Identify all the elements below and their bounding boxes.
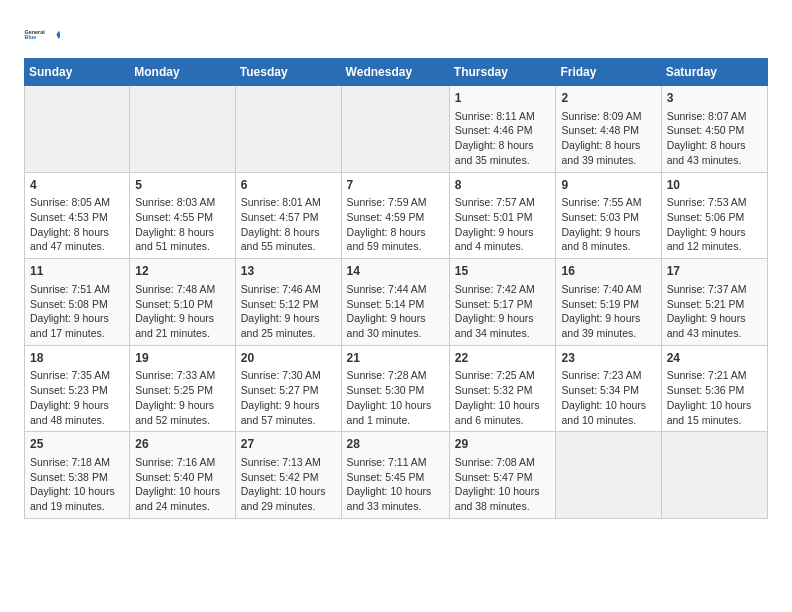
day-number: 24 xyxy=(667,350,762,367)
day-content-line: and 30 minutes. xyxy=(347,326,444,341)
day-content-line: and 33 minutes. xyxy=(347,499,444,514)
day-number: 13 xyxy=(241,263,336,280)
day-content-line: and 19 minutes. xyxy=(30,499,124,514)
day-content-line: Daylight: 10 hours xyxy=(241,484,336,499)
day-content-line: Sunrise: 7:18 AM xyxy=(30,455,124,470)
calendar-cell: 7Sunrise: 7:59 AMSunset: 4:59 PMDaylight… xyxy=(341,172,449,259)
day-content-line: Sunset: 5:23 PM xyxy=(30,383,124,398)
day-content-line: Daylight: 9 hours xyxy=(241,311,336,326)
day-number: 28 xyxy=(347,436,444,453)
calendar-cell: 1Sunrise: 8:11 AMSunset: 4:46 PMDaylight… xyxy=(449,86,556,173)
day-content-line: Sunrise: 7:23 AM xyxy=(561,368,655,383)
day-content-line: Sunrise: 7:44 AM xyxy=(347,282,444,297)
day-number: 6 xyxy=(241,177,336,194)
day-content-line: Daylight: 9 hours xyxy=(135,311,230,326)
calendar-cell: 2Sunrise: 8:09 AMSunset: 4:48 PMDaylight… xyxy=(556,86,661,173)
day-content-line: Sunset: 5:34 PM xyxy=(561,383,655,398)
calendar-cell xyxy=(556,432,661,519)
calendar-cell: 4Sunrise: 8:05 AMSunset: 4:53 PMDaylight… xyxy=(25,172,130,259)
day-content-line: Sunset: 5:03 PM xyxy=(561,210,655,225)
day-content-line: and 38 minutes. xyxy=(455,499,551,514)
calendar-cell: 29Sunrise: 7:08 AMSunset: 5:47 PMDayligh… xyxy=(449,432,556,519)
day-content-line: Sunset: 4:53 PM xyxy=(30,210,124,225)
day-content-line: and 39 minutes. xyxy=(561,326,655,341)
day-content-line: Daylight: 10 hours xyxy=(135,484,230,499)
day-content-line: Sunset: 5:17 PM xyxy=(455,297,551,312)
calendar-cell: 15Sunrise: 7:42 AMSunset: 5:17 PMDayligh… xyxy=(449,259,556,346)
calendar-cell: 13Sunrise: 7:46 AMSunset: 5:12 PMDayligh… xyxy=(235,259,341,346)
day-content-line: and 29 minutes. xyxy=(241,499,336,514)
day-content-line: Sunset: 5:30 PM xyxy=(347,383,444,398)
week-row-1: 1Sunrise: 8:11 AMSunset: 4:46 PMDaylight… xyxy=(25,86,768,173)
day-content-line: Sunset: 4:48 PM xyxy=(561,123,655,138)
day-header-friday: Friday xyxy=(556,59,661,86)
day-content-line: Daylight: 8 hours xyxy=(30,225,124,240)
day-content-line: Sunrise: 7:21 AM xyxy=(667,368,762,383)
day-content-line: and 4 minutes. xyxy=(455,239,551,254)
day-content-line: Daylight: 9 hours xyxy=(667,311,762,326)
day-content-line: and 43 minutes. xyxy=(667,153,762,168)
day-content-line: Daylight: 8 hours xyxy=(667,138,762,153)
week-row-3: 11Sunrise: 7:51 AMSunset: 5:08 PMDayligh… xyxy=(25,259,768,346)
logo: General Blue xyxy=(24,20,60,50)
day-number: 19 xyxy=(135,350,230,367)
day-content-line: Sunrise: 8:01 AM xyxy=(241,195,336,210)
calendar-cell: 10Sunrise: 7:53 AMSunset: 5:06 PMDayligh… xyxy=(661,172,767,259)
day-content-line: Sunrise: 7:08 AM xyxy=(455,455,551,470)
day-number: 11 xyxy=(30,263,124,280)
calendar-cell: 24Sunrise: 7:21 AMSunset: 5:36 PMDayligh… xyxy=(661,345,767,432)
day-content-line: and 39 minutes. xyxy=(561,153,655,168)
day-number: 16 xyxy=(561,263,655,280)
day-content-line: Sunset: 5:01 PM xyxy=(455,210,551,225)
day-content-line: Sunrise: 7:48 AM xyxy=(135,282,230,297)
day-number: 26 xyxy=(135,436,230,453)
day-content-line: Daylight: 9 hours xyxy=(30,311,124,326)
day-content-line: Daylight: 8 hours xyxy=(455,138,551,153)
day-content-line: Sunset: 4:50 PM xyxy=(667,123,762,138)
day-content-line: Sunrise: 7:59 AM xyxy=(347,195,444,210)
day-content-line: Sunrise: 7:16 AM xyxy=(135,455,230,470)
day-number: 2 xyxy=(561,90,655,107)
day-content-line: Sunset: 5:10 PM xyxy=(135,297,230,312)
calendar-cell: 6Sunrise: 8:01 AMSunset: 4:57 PMDaylight… xyxy=(235,172,341,259)
day-number: 10 xyxy=(667,177,762,194)
day-content-line: Daylight: 9 hours xyxy=(561,311,655,326)
day-number: 3 xyxy=(667,90,762,107)
day-content-line: Sunrise: 7:30 AM xyxy=(241,368,336,383)
calendar-cell: 22Sunrise: 7:25 AMSunset: 5:32 PMDayligh… xyxy=(449,345,556,432)
day-content-line: and 8 minutes. xyxy=(561,239,655,254)
calendar-table: SundayMondayTuesdayWednesdayThursdayFrid… xyxy=(24,58,768,519)
day-header-sunday: Sunday xyxy=(25,59,130,86)
day-content-line: Sunrise: 7:55 AM xyxy=(561,195,655,210)
calendar-cell: 18Sunrise: 7:35 AMSunset: 5:23 PMDayligh… xyxy=(25,345,130,432)
day-number: 4 xyxy=(30,177,124,194)
day-content-line: Sunset: 4:57 PM xyxy=(241,210,336,225)
day-number: 9 xyxy=(561,177,655,194)
calendar-cell: 14Sunrise: 7:44 AMSunset: 5:14 PMDayligh… xyxy=(341,259,449,346)
day-content-line: and 17 minutes. xyxy=(30,326,124,341)
day-content-line: and 12 minutes. xyxy=(667,239,762,254)
day-content-line: Sunset: 5:06 PM xyxy=(667,210,762,225)
week-row-4: 18Sunrise: 7:35 AMSunset: 5:23 PMDayligh… xyxy=(25,345,768,432)
day-content-line: Sunset: 5:42 PM xyxy=(241,470,336,485)
day-header-tuesday: Tuesday xyxy=(235,59,341,86)
day-content-line: and 10 minutes. xyxy=(561,413,655,428)
day-header-monday: Monday xyxy=(130,59,236,86)
days-header-row: SundayMondayTuesdayWednesdayThursdayFrid… xyxy=(25,59,768,86)
day-content-line: Daylight: 9 hours xyxy=(455,311,551,326)
day-number: 18 xyxy=(30,350,124,367)
day-content-line: Sunrise: 8:09 AM xyxy=(561,109,655,124)
day-content-line: Sunrise: 7:57 AM xyxy=(455,195,551,210)
day-content-line: Sunset: 4:46 PM xyxy=(455,123,551,138)
calendar-cell: 27Sunrise: 7:13 AMSunset: 5:42 PMDayligh… xyxy=(235,432,341,519)
day-content-line: Sunset: 5:36 PM xyxy=(667,383,762,398)
day-content-line: and 34 minutes. xyxy=(455,326,551,341)
day-content-line: Sunrise: 7:11 AM xyxy=(347,455,444,470)
calendar-cell: 26Sunrise: 7:16 AMSunset: 5:40 PMDayligh… xyxy=(130,432,236,519)
day-number: 5 xyxy=(135,177,230,194)
day-content-line: and 1 minute. xyxy=(347,413,444,428)
day-content-line: Sunrise: 7:28 AM xyxy=(347,368,444,383)
day-header-saturday: Saturday xyxy=(661,59,767,86)
svg-marker-2 xyxy=(56,31,60,39)
day-content-line: Daylight: 10 hours xyxy=(347,398,444,413)
